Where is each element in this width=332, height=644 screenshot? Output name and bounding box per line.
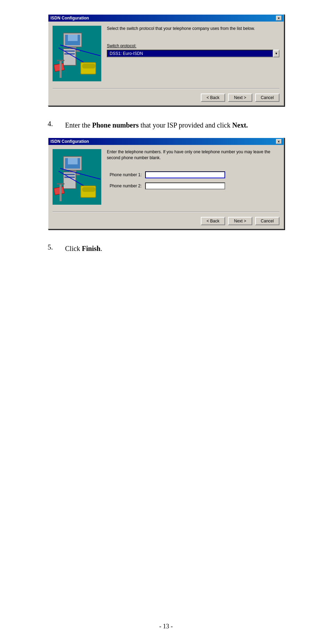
dialog-2-description: Enter the telephone numbers. If you have… [107,149,279,161]
phone-1-input[interactable] [145,171,225,178]
book-illustration-2 [54,187,64,195]
isdn-config-dialog-2: ISDN Configuration × [48,137,284,229]
dialog-2-back-button[interactable]: < Back [201,217,225,225]
dialog-1-title: ISDN Configuration [50,16,89,21]
phone-2-label: Phone number 2: [107,184,142,188]
monitor-screen-2 [65,158,80,169]
phone-1-label: Phone number 1: [107,172,142,177]
phone-1-row: Phone number 1: [107,171,279,178]
step-5-text: Click Finish. [65,243,284,254]
dialog-2-buttons: < Back Next > Cancel [48,215,284,229]
page-number: - 13 - [159,623,173,630]
phone-2-row: Phone number 2: [107,182,279,189]
step-5-text-end: . [101,245,102,252]
phone-handset [82,64,95,68]
monitor-body-2 [63,156,82,171]
phone-handset-2 [82,187,95,192]
dialog-1-description: Select the switch protocol that your tel… [107,26,279,32]
dialog-1-cancel-button[interactable]: Cancel [255,93,279,102]
dialog-1-separator [53,88,279,89]
dialog-2-titlebar: ISDN Configuration × [48,138,284,145]
phone-form: Phone number 1: Phone number 2: [107,171,279,189]
step-4-row: 4. Enter the Phone numbers that your ISP… [48,120,284,130]
phone-2-input[interactable] [145,182,225,189]
step-5-text-prefix: Click [65,245,82,252]
dialog-1-body: Select the switch protocol that your tel… [48,22,284,85]
monitor-screen-inner [68,35,78,41]
dialog-2-next-button[interactable]: Next > [228,217,252,225]
step-5-text-bold: Finish [82,245,100,252]
dialog-1-close-button[interactable]: × [276,16,282,21]
phone-illustration-2 [80,186,96,198]
dialog-1-content: Select the switch protocol that your tel… [107,26,279,81]
dialog-1-buttons: < Back Next > Cancel [48,91,284,105]
step-4-text: Enter the Phone numbers that your ISP pr… [65,120,284,130]
monitor-screen-inner-2 [68,158,78,164]
step-5-number: 5. [48,243,65,251]
phone-illustration [80,62,96,74]
dialog-2-body: Enter the telephone numbers. If you have… [48,145,284,209]
step-5-row: 5. Click Finish. [48,243,284,254]
monitor-screen [65,35,80,45]
dialog-2-content: Enter the telephone numbers. If you have… [107,149,279,205]
dialog-2-close-button[interactable]: × [276,139,282,144]
pole-top-illustration-2 [57,183,64,185]
pole-illustration-2 [60,184,62,201]
dialog-1-back-button[interactable]: < Back [201,93,225,102]
switch-protocol-dropdown-container[interactable]: DSS1: Euro-ISDN ▼ [107,50,279,57]
step-4-text-bold: Phone numbers [92,121,139,129]
dialog-2-separator [53,212,279,212]
step-4-text-prefix: Enter the [65,121,92,129]
step-4-number: 4. [48,120,65,128]
switch-protocol-dropdown-value[interactable]: DSS1: Euro-ISDN [107,50,273,57]
pole-top-illustration [57,60,64,61]
dialog-2-title: ISDN Configuration [50,139,89,144]
step-4-text-end: that your ISP provided and click [139,121,232,129]
switch-protocol-label: Switch protocol: [107,43,279,48]
dialog-2-cancel-button[interactable]: Cancel [255,217,279,225]
monitor-body [63,33,82,47]
dialog-1-titlebar: ISDN Configuration × [48,15,284,22]
dialog-1-illustration [53,26,101,81]
pole-illustration [60,60,62,78]
isdn-config-dialog-1: ISDN Configuration × [48,14,284,106]
dropdown-arrow-icon[interactable]: ▼ [273,50,279,57]
dialog-1-next-button[interactable]: Next > [228,93,252,102]
dialog-2-illustration [53,149,101,205]
step-4-click-bold: Next. [232,121,248,129]
book-illustration [54,63,64,72]
